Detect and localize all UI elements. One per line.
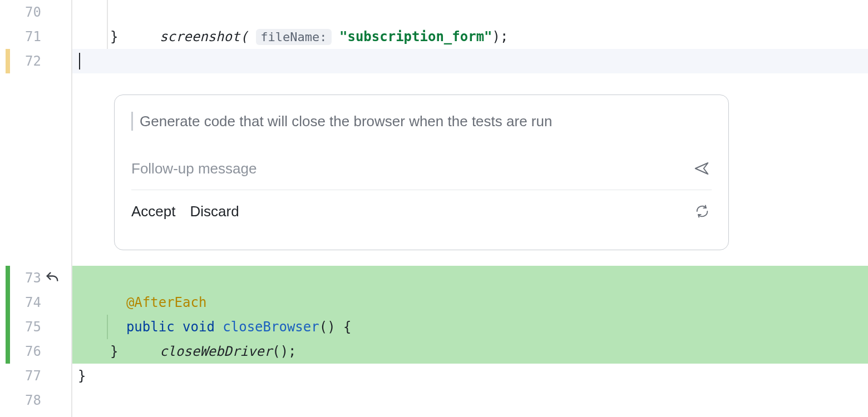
code-line: } <box>110 24 118 49</box>
function-call: screenshot <box>160 29 240 44</box>
string-literal: subscription_form <box>347 29 484 44</box>
ai-previous-prompt: Generate code that will close the browse… <box>131 112 712 131</box>
code-line: screenshot( fileName: "subscription_form… <box>144 0 508 24</box>
current-line-highlight <box>72 49 868 73</box>
code-line: } <box>110 339 118 364</box>
code-line: } <box>78 364 86 388</box>
panel-divider <box>131 190 712 190</box>
editor-gutter <box>10 0 72 417</box>
change-marker-added[interactable] <box>6 266 10 364</box>
param-hint: fileName: <box>256 29 331 45</box>
undo-change-button[interactable] <box>45 266 60 290</box>
change-marker-modified[interactable] <box>6 49 10 73</box>
discard-button[interactable]: Discard <box>190 203 239 220</box>
code-line: public void closeBrowser() { <box>110 290 352 315</box>
refresh-icon <box>694 203 710 219</box>
function-call: closeWebDriver <box>160 344 272 359</box>
send-icon <box>693 160 710 177</box>
text-caret <box>79 53 80 70</box>
accept-button[interactable]: Accept <box>131 203 176 220</box>
undo-icon <box>45 270 60 286</box>
regenerate-button[interactable] <box>693 202 712 221</box>
code-line: @AfterEach <box>110 266 206 290</box>
send-button[interactable] <box>692 158 712 178</box>
ai-inline-panel: Generate code that will close the browse… <box>114 95 729 250</box>
ai-followup-input[interactable] <box>131 160 625 177</box>
code-line: closeWebDriver(); <box>144 315 297 339</box>
